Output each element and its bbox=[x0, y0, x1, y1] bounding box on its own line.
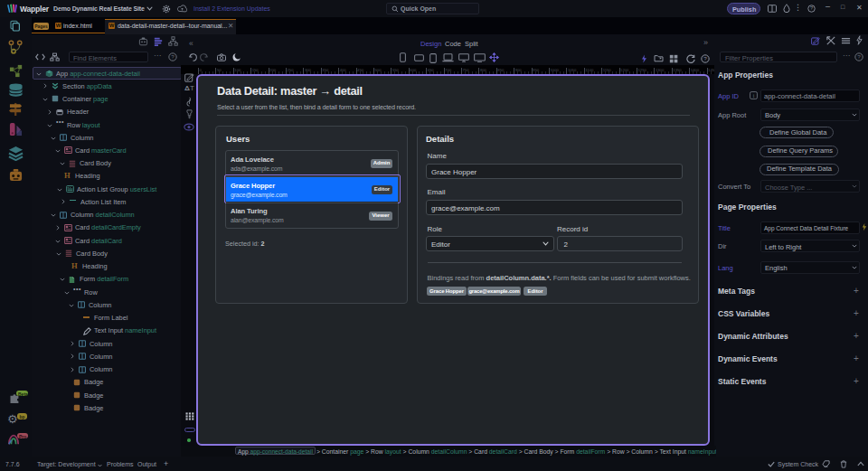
svg-text:?: ? bbox=[857, 53, 861, 60]
svg-text:i: i bbox=[753, 92, 755, 98]
